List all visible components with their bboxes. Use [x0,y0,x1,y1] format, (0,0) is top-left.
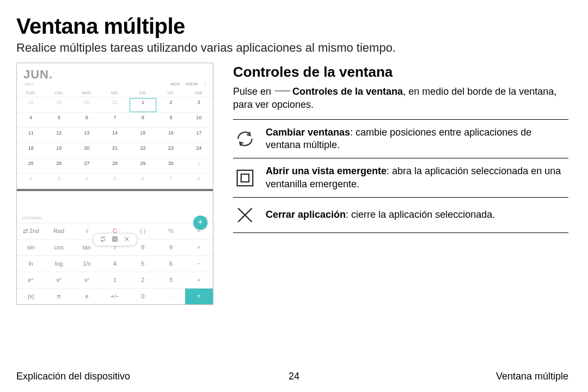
window-controls-pill [93,233,137,246]
calendar-fab: + [193,216,207,230]
footer-left: Explicación del dispositivo [16,371,130,382]
svg-rect-0 [113,237,117,241]
popup-icon [234,167,256,189]
item-swap-windows: Cambiar ventanas: cambie posiciones entr… [233,120,568,159]
section-heading: Controles de la ventana [233,64,568,81]
close-icon [124,236,130,243]
calculator-history-label: HISTORIAL [22,216,42,220]
intro-paragraph: Pulse en Controles de la ventana, en med… [233,85,568,112]
calendar-grid: DOM. LUN. MAR. MIE. JUE. VIE. SAB. 28293… [17,89,213,189]
calendar-link-today: HOY [170,82,180,87]
leader-line [275,90,290,91]
calendar-month: JUN. [23,68,53,81]
page-subtitle: Realice múltiples tareas utilizando vari… [16,41,568,55]
page-number: 24 [289,371,299,382]
calculator-panel: HISTORIAL ⌫ ⇄ 2ndRad√C( )%÷sincostan789×… [17,191,213,305]
calendar-link-view: VISTA [186,82,198,87]
page-title: Ventana múltiple [16,14,568,39]
svg-rect-1 [114,238,116,240]
item-popup-view: Abrir una vista emergente: abra la aplic… [233,158,568,198]
menu-dots-icon: ⋮ [203,82,207,87]
svg-rect-2 [237,170,253,186]
swap-icon [100,236,106,243]
popup-icon [112,236,118,243]
page-footer: Explicación del dispositivo 24 Ventana m… [0,371,588,382]
close-icon [234,204,256,226]
item-close-app: Cerrar aplicación: cierre la aplicación … [233,198,568,233]
footer-right: Ventana múltiple [496,371,568,382]
device-screenshot: JUN. 2017 HOY VISTA ⋮ DOM. LUN. MAR. MIE… [16,63,213,305]
swap-icon [234,128,256,150]
calendar-links: HOY VISTA ⋮ [166,82,207,87]
svg-rect-3 [241,174,249,182]
calendar-year: 2017 [24,82,53,87]
